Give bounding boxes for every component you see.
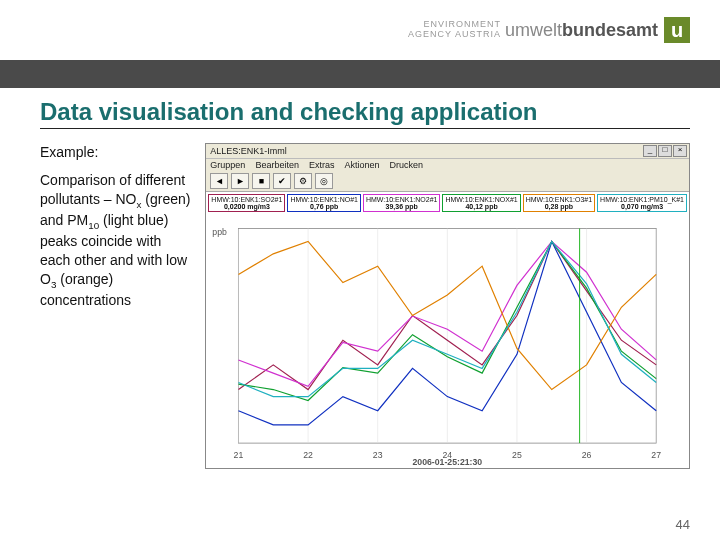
svg-text:26: 26 (582, 450, 592, 460)
check-icon[interactable]: ✔ (273, 173, 291, 189)
menu-item[interactable]: Bearbeiten (255, 160, 299, 170)
header-accent-bar (0, 60, 720, 88)
line-chart: 21222324252627ppb2006-01-25:21:30 (208, 216, 687, 466)
series-legend-row: HMW:10:ENK1:SO2#10,0200 mg/m3HMW:10:ENK1… (206, 192, 689, 215)
series-box[interactable]: HMW:10:ENK1:NO2#139,36 ppb (363, 194, 440, 213)
minimize-icon[interactable]: _ (643, 145, 657, 157)
series-box[interactable]: HMW:10:ENK1:O3#10,28 ppb (523, 194, 595, 213)
gear-icon[interactable]: ⚙ (294, 173, 312, 189)
page-title: Data visualisation and checking applicat… (40, 98, 690, 129)
menubar: GruppenBearbeitenExtrasAktionenDrucken (206, 159, 689, 171)
arrow-left-icon[interactable]: ◄ (210, 173, 228, 189)
svg-text:21: 21 (234, 450, 244, 460)
description-column: Example: Comparison of different polluta… (40, 143, 191, 311)
svg-text:27: 27 (652, 450, 662, 460)
svg-text:ppb: ppb (213, 227, 228, 237)
svg-text:23: 23 (373, 450, 383, 460)
header: ENVIRONMENT AGENCY AUSTRIA umweltbundesa… (0, 0, 720, 60)
series-box[interactable]: HMW:10:ENK1:NOX#140,12 ppb (442, 194, 520, 213)
target-icon[interactable]: ◎ (315, 173, 333, 189)
brand-main: umweltbundesamt (505, 20, 658, 41)
svg-text:2006-01-25:21:30: 2006-01-25:21:30 (413, 457, 483, 466)
brand-badge-icon: u (664, 17, 690, 43)
menu-item[interactable]: Drucken (389, 160, 423, 170)
chart-area[interactable]: 21222324252627ppb2006-01-25:21:30 (206, 214, 689, 468)
close-icon[interactable]: × (673, 145, 687, 157)
description-text: Comparison of different pollutants – NOx… (40, 171, 191, 310)
menu-item[interactable]: Gruppen (210, 160, 245, 170)
svg-text:22: 22 (304, 450, 314, 460)
series-box[interactable]: HMW:10:ENK1:SO2#10,0200 mg/m3 (208, 194, 285, 213)
arrow-right-icon[interactable]: ► (231, 173, 249, 189)
page-number: 44 (676, 517, 690, 532)
window-titlebar[interactable]: ALLES:ENK1-Imml _ □ × (206, 144, 689, 159)
brand-small: ENVIRONMENT AGENCY AUSTRIA (408, 20, 501, 40)
stop-icon[interactable]: ■ (252, 173, 270, 189)
series-box[interactable]: HMW:10:ENK1:PM10_K#10,070 mg/m3 (597, 194, 687, 213)
brand-logo: ENVIRONMENT AGENCY AUSTRIA umweltbundesa… (408, 17, 690, 43)
maximize-icon[interactable]: □ (658, 145, 672, 157)
toolbar: ◄►■✔⚙◎ (206, 171, 689, 192)
menu-item[interactable]: Extras (309, 160, 335, 170)
menu-item[interactable]: Aktionen (344, 160, 379, 170)
app-window: ALLES:ENK1-Imml _ □ × GruppenBearbeitenE… (205, 143, 690, 470)
example-label: Example: (40, 143, 191, 162)
window-title: ALLES:ENK1-Imml (208, 146, 642, 156)
series-box[interactable]: HMW:10:ENK1:NO#10,76 ppb (287, 194, 361, 213)
svg-text:25: 25 (512, 450, 522, 460)
